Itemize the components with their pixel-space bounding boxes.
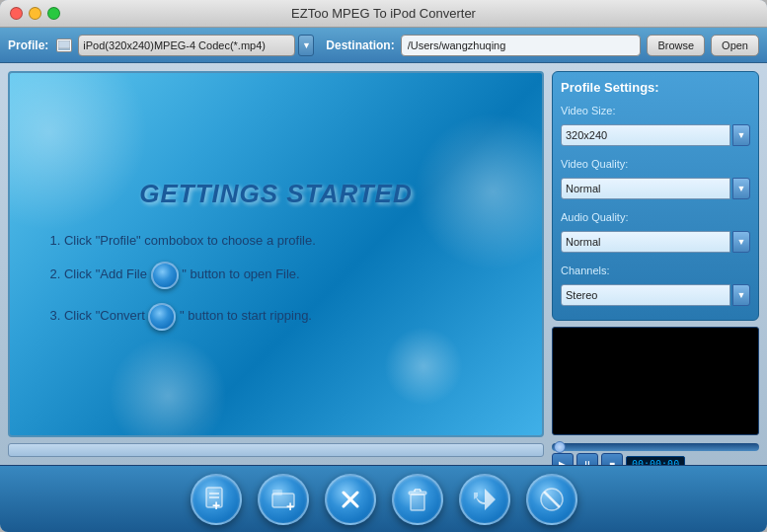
playback-controls: ▶ ⏸ ■ 00:00:00 bbox=[552, 453, 759, 465]
add-file-button[interactable]: + bbox=[191, 474, 242, 525]
minimize-button[interactable] bbox=[29, 7, 41, 20]
seek-bar[interactable] bbox=[552, 443, 759, 451]
profile-settings-title: Profile Settings: bbox=[561, 80, 750, 95]
pause-button[interactable]: ⏸ bbox=[576, 453, 598, 465]
video-quality-arrow[interactable]: ▼ bbox=[732, 178, 750, 199]
play-button[interactable]: ▶ bbox=[552, 453, 574, 465]
main-window: EZToo MPEG To iPod Converter Profile: iP… bbox=[0, 0, 767, 532]
channels-select[interactable]: Stereo bbox=[561, 284, 730, 306]
browse-button[interactable]: Browse bbox=[647, 35, 705, 56]
clear-button[interactable] bbox=[392, 474, 443, 525]
window-controls bbox=[10, 7, 60, 20]
video-quality-label: Video Quality: bbox=[561, 158, 750, 170]
seek-thumb[interactable] bbox=[554, 441, 566, 453]
step-2: 2. Click "Add File " button to open File… bbox=[49, 262, 501, 289]
close-button[interactable] bbox=[10, 7, 23, 20]
steps-list: 1. Click "Profile" combobox to choose a … bbox=[49, 233, 501, 331]
audio-quality-label: Audio Quality: bbox=[561, 211, 750, 223]
step-1: 1. Click "Profile" combobox to choose a … bbox=[49, 233, 501, 248]
svg-text:+: + bbox=[285, 498, 293, 514]
open-button[interactable]: Open bbox=[711, 35, 759, 56]
video-quality-select[interactable]: Normal bbox=[561, 178, 730, 199]
profile-select[interactable]: iPod(320x240)MPEG-4 Codec(*.mp4) bbox=[78, 35, 295, 56]
toolbar: Profile: iPod(320x240)MPEG-4 Codec(*.mp4… bbox=[0, 28, 767, 63]
channels-arrow[interactable]: ▼ bbox=[732, 284, 750, 306]
window-title: EZToo MPEG To iPod Converter bbox=[291, 6, 476, 21]
step-3: 3. Click "Convert " button to start ripp… bbox=[49, 303, 501, 331]
remove-button[interactable] bbox=[325, 474, 376, 525]
time-display: 00:00:00 bbox=[626, 456, 685, 466]
channels-row: Stereo ▼ bbox=[561, 284, 750, 306]
channels-label: Channels: bbox=[561, 265, 750, 276]
svg-text:+: + bbox=[211, 497, 219, 513]
svg-rect-0 bbox=[58, 40, 70, 48]
destination-input[interactable] bbox=[401, 35, 642, 56]
video-quality-row: Normal ▼ bbox=[561, 178, 750, 199]
destination-label: Destination: bbox=[326, 38, 394, 52]
video-size-arrow[interactable]: ▼ bbox=[732, 124, 750, 146]
video-size-select[interactable]: 320x240 bbox=[561, 124, 730, 146]
left-panel: GETTINGS STARTED 1. Click "Profile" comb… bbox=[8, 71, 544, 457]
svg-rect-11 bbox=[411, 494, 424, 510]
video-preview-area: GETTINGS STARTED 1. Click "Profile" comb… bbox=[8, 71, 544, 437]
profile-settings-panel: Profile Settings: Video Size: 320x240 ▼ … bbox=[552, 71, 759, 321]
svg-rect-1 bbox=[58, 48, 70, 50]
progress-bar-container bbox=[8, 443, 544, 457]
audio-quality-select[interactable]: Normal bbox=[561, 231, 730, 253]
step-3-text: 3. Click "Convert " button to start ripp… bbox=[49, 303, 312, 331]
stop-button[interactable]: ■ bbox=[601, 453, 623, 465]
bottom-toolbar: + + bbox=[0, 465, 767, 532]
media-controls-area: ▶ ⏸ ■ 00:00:00 bbox=[552, 441, 759, 465]
audio-quality-arrow[interactable]: ▼ bbox=[732, 231, 750, 253]
stop-convert-button[interactable] bbox=[526, 474, 577, 525]
maximize-button[interactable] bbox=[47, 7, 60, 20]
step-2-text: 2. Click "Add File " button to open File… bbox=[49, 262, 299, 289]
svg-rect-12 bbox=[409, 492, 426, 494]
video-size-row: 320x240 ▼ bbox=[561, 124, 750, 146]
step-1-text: 1. Click "Profile" combobox to choose a … bbox=[49, 233, 315, 248]
profile-label: Profile: bbox=[8, 38, 48, 52]
titlebar: EZToo MPEG To iPod Converter bbox=[0, 0, 767, 28]
video-size-label: Video Size: bbox=[561, 105, 750, 116]
profile-dropdown-arrow[interactable]: ▼ bbox=[298, 35, 314, 56]
main-content: GETTINGS STARTED 1. Click "Profile" comb… bbox=[0, 63, 767, 465]
getting-started-content: GETTINGS STARTED 1. Click "Profile" comb… bbox=[49, 179, 501, 331]
profile-icon bbox=[56, 38, 72, 52]
convert-button[interactable] bbox=[459, 474, 510, 525]
getting-started-title: GETTINGS STARTED bbox=[49, 179, 501, 209]
right-panel: Profile Settings: Video Size: 320x240 ▼ … bbox=[552, 71, 759, 457]
add-folder-button[interactable]: + bbox=[258, 474, 309, 525]
video-black-preview bbox=[552, 327, 759, 435]
audio-quality-row: Normal ▼ bbox=[561, 231, 750, 253]
